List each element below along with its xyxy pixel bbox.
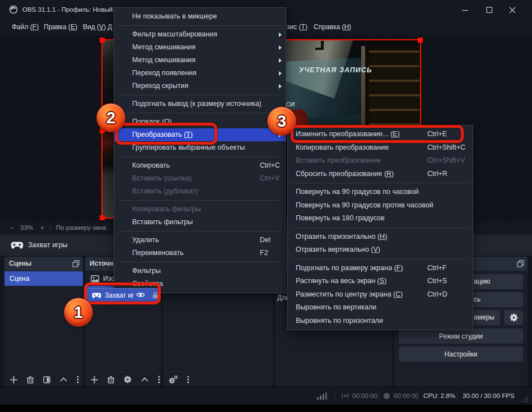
source-up-button[interactable] — [141, 377, 148, 382]
annotation-step-3: 3 — [267, 107, 296, 136]
obs-logo-icon — [9, 5, 18, 14]
context-menu: Не показывать в микшере Фильтр масштабир… — [114, 7, 286, 293]
scene-item[interactable]: Сцена — [4, 271, 83, 286]
shortcut-label: Ctrl+C — [260, 159, 280, 172]
signal-bars-icon — [317, 392, 328, 400]
context-menu-item[interactable]: Не показывать в микшере — [114, 10, 286, 23]
shortcut-label: Del — [260, 234, 270, 247]
context-menu-item[interactable]: Вставить (ссылка) Ctrl+V — [114, 172, 286, 185]
transform-menu-item[interactable]: Растянуть на весь экран (S) Ctrl+S — [288, 275, 473, 288]
source-properties-button[interactable] — [124, 376, 132, 383]
context-menu-item[interactable]: Метод смешивания — [114, 41, 286, 54]
menu-separator — [119, 113, 281, 113]
submenu-arrow-icon — [279, 84, 282, 89]
transform-menu-item[interactable]: Повернуть на 90 градусов против часовой — [288, 199, 473, 212]
annotation-step-1: 1 — [64, 298, 93, 327]
record-status-icon — [383, 392, 390, 400]
zoom-level: 33% — [20, 224, 33, 231]
settings-button[interactable]: Настройки — [399, 346, 523, 362]
transform-menu-item[interactable]: Разместить по центру экрана (С) Ctrl+D — [288, 288, 473, 302]
fit-window-button[interactable]: По размеру окна — [56, 224, 106, 231]
menubar-item-docks-partial[interactable]: Д — [108, 23, 112, 31]
context-menu-item[interactable]: Метод смешивания — [114, 54, 286, 67]
add-scene-button[interactable] — [10, 376, 17, 383]
menu-separator — [119, 95, 281, 95]
add-source-button[interactable] — [91, 376, 98, 383]
transform-menu-item[interactable]: Отразить вертикально (V) — [288, 243, 473, 257]
maximize-button[interactable] — [478, 0, 501, 20]
sources-menu-button[interactable] — [158, 376, 160, 383]
annotation-rect-3 — [291, 125, 464, 143]
studio-mode-button[interactable]: Режим студии — [399, 328, 523, 344]
context-menu-item[interactable]: Подогнать вывод (к размеру источника) — [114, 98, 286, 110]
annotation-rect-1 — [84, 283, 161, 304]
shortcut-label: Ctrl+S — [427, 275, 447, 288]
shortcut-label: Ctrl+F — [427, 262, 446, 275]
shortcut-label: Ctrl+V — [260, 172, 279, 185]
menubar-item-tools-partial[interactable]: зис (T) — [287, 23, 307, 31]
menu-separator — [119, 200, 281, 201]
menu-separator — [119, 231, 281, 232]
scenes-menu-button[interactable] — [77, 376, 79, 383]
cpu-usage: CPU: 2.8% — [423, 392, 455, 399]
menu-separator — [292, 228, 468, 228]
zoom-out-button[interactable]: − — [10, 224, 14, 231]
menubar-item-help[interactable]: Справка (Н) — [314, 23, 351, 31]
annotation-rect-2 — [115, 123, 217, 145]
shortcut-label: Ctrl+Shift+V — [427, 154, 465, 168]
context-menu-item[interactable]: Переход появления — [114, 67, 286, 80]
menu-separator — [119, 156, 281, 157]
context-menu-item[interactable]: Копировать фильтры — [114, 203, 286, 216]
resize-grip[interactable] — [522, 396, 529, 402]
transform-menu-item[interactable]: Подогнать по размеру экрана (F) Ctrl+F — [288, 262, 473, 275]
menu-separator — [292, 259, 468, 260]
mixer-menu-button[interactable] — [187, 376, 189, 383]
window-title: OBS 31.1.1 - Профиль: Новый - Сц — [22, 6, 127, 13]
transform-menu-item[interactable]: Повернуть на 90 градусов по часовой — [288, 186, 473, 199]
menubar-item-view[interactable]: Вид (V) — [83, 23, 106, 31]
submenu-arrow-icon — [279, 71, 282, 76]
stream-time: 00:00:00 — [352, 392, 377, 399]
advanced-audio-button[interactable] — [169, 376, 178, 384]
menubar-item-edit[interactable]: Правка (Е) — [44, 23, 77, 31]
minimize-button[interactable] — [454, 0, 477, 20]
image-icon — [91, 275, 99, 283]
transform-menu-item[interactable]: Повернуть на 180 градусов — [288, 212, 473, 225]
transform-menu-item[interactable]: Выровнять по вертикали — [288, 301, 473, 314]
shortcut-label: Ctrl+R — [427, 168, 447, 181]
transform-menu-item[interactable]: Вставить преобразование Ctrl+Shift+V — [288, 154, 473, 168]
gamepad-icon — [11, 242, 24, 249]
transform-menu-item[interactable]: Отразить горизонтально (Н) — [288, 230, 473, 244]
context-menu-item[interactable]: Фильтры — [114, 265, 286, 277]
scene-up-button[interactable] — [60, 377, 67, 382]
submenu-arrow-icon — [279, 33, 282, 37]
remove-source-button[interactable] — [108, 376, 114, 383]
dock-float-icon[interactable] — [72, 260, 80, 267]
status-bar: 00:00:00 00:00:00 CPU: 2.8% 30.00 / 30.0… — [0, 387, 532, 405]
context-menu-item[interactable]: Вставить фильтры — [114, 216, 286, 229]
context-menu-item[interactable]: Переход скрытия — [114, 80, 286, 92]
virtual-camera-settings-button[interactable] — [504, 310, 523, 325]
context-menu-item[interactable]: Переименовать F2 — [114, 247, 286, 260]
stream-status-icon — [340, 392, 350, 400]
transform-menu-item[interactable]: Сбросить преобразование (R) Ctrl+R — [288, 168, 473, 181]
remove-scene-button[interactable] — [27, 376, 34, 383]
context-menu-item[interactable]: Копировать Ctrl+C — [114, 159, 286, 172]
shortcut-label: Ctrl+D — [427, 288, 447, 302]
record-time: 00:00:00 — [394, 392, 419, 399]
dock-float-icon[interactable] — [517, 260, 524, 267]
context-menu-item[interactable]: Фильтр масштабирования — [114, 28, 286, 41]
close-button[interactable] — [501, 0, 524, 20]
transform-menu-item[interactable]: Копировать преобразование Ctrl+Shift+C — [288, 141, 473, 155]
fps-counter: 30.00 / 30.00 FPS — [463, 392, 515, 399]
context-menu-item[interactable]: Удалить Del — [114, 234, 286, 247]
scenes-dock-header: Сцены — [4, 257, 83, 271]
context-menu-item[interactable]: Вставить (дубликат) — [114, 185, 286, 198]
shortcut-label: Ctrl+Shift+C — [427, 141, 465, 155]
submenu-arrow-icon — [279, 58, 282, 63]
menubar-item-file[interactable]: Файл (F) — [12, 23, 39, 31]
annotation-step-2: 2 — [96, 103, 125, 132]
zoom-in-button[interactable]: + — [40, 224, 44, 231]
scene-filters-button[interactable] — [43, 376, 50, 383]
transform-menu-item[interactable]: Выровнять по горизонтали — [288, 314, 473, 328]
